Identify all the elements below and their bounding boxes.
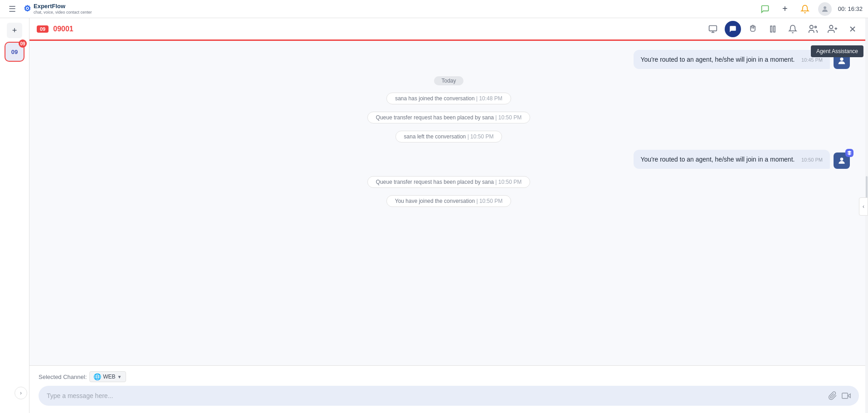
system-time: | 10:50 PM xyxy=(468,133,494,140)
system-bubble: Queue transfer request has been placed b… xyxy=(367,112,530,123)
system-time: | 10:50 PM xyxy=(476,198,502,204)
conversation-item[interactable]: 09 09 xyxy=(5,42,24,62)
page-scrollbar xyxy=(865,18,868,413)
team-icon-btn[interactable] xyxy=(805,21,821,37)
agent-avatar-icon xyxy=(834,152,850,169)
right-panel-collapse-btn[interactable]: ‹ xyxy=(859,197,868,216)
nav-left: ☰ ⚙ ExpertFlow chat, voice, video contac… xyxy=(5,2,92,16)
system-text: Queue transfer request has been placed b… xyxy=(376,114,494,121)
svg-point-8 xyxy=(829,25,833,28)
message-row: You're routed to an agent, he/she will j… xyxy=(48,50,850,69)
channel-name: WEB xyxy=(103,374,115,380)
hamburger-menu[interactable]: ☰ xyxy=(5,2,19,16)
message-row: You're routed to an agent, he/she will j… xyxy=(48,150,850,169)
video-btn[interactable] xyxy=(842,391,851,400)
message-time: 10:50 PM xyxy=(801,157,823,162)
close-chat-btn[interactable] xyxy=(844,21,861,37)
system-message: sana left the conversation | 10:50 PM xyxy=(48,131,850,143)
session-timer: 00: 16:32 xyxy=(838,5,863,12)
system-message: sana has joined the conversation | 10:48… xyxy=(48,93,850,104)
pause-icon-btn[interactable] xyxy=(765,21,781,37)
system-text: You have joined the conversation xyxy=(395,198,475,204)
sidebar-add-button[interactable]: + xyxy=(7,23,22,38)
chat-messages-area: You're routed to an agent, he/she will j… xyxy=(29,41,868,365)
message-bubble: You're routed to an agent, he/she will j… xyxy=(634,50,830,69)
chat-header-actions xyxy=(705,21,861,37)
svg-rect-16 xyxy=(842,393,848,398)
sidebar-expand-button[interactable]: › xyxy=(15,387,27,399)
system-time: | 10:48 PM xyxy=(476,95,502,102)
svg-point-6 xyxy=(810,25,813,28)
app-logo: ⚙ ExpertFlow chat, voice, video contact … xyxy=(24,3,92,14)
notify-icon-btn[interactable] xyxy=(785,21,801,37)
svg-marker-15 xyxy=(848,394,850,398)
message-input-container xyxy=(39,386,859,406)
attachment-btn[interactable] xyxy=(828,391,837,400)
chat-icon-btn[interactable] xyxy=(758,2,772,16)
channel-selector: Selected Channel: 🌐 WEB ▼ xyxy=(39,371,859,382)
system-bubble: sana has joined the conversation | 10:48… xyxy=(386,93,511,104)
chat-input-area: Selected Channel: 🌐 WEB ▼ xyxy=(29,365,868,413)
chat-header-left: 09 09001 xyxy=(37,25,73,33)
svg-point-0 xyxy=(824,6,826,9)
notification-bell[interactable] xyxy=(798,2,812,16)
message-input[interactable] xyxy=(47,392,824,399)
logo-icon: ⚙ xyxy=(24,4,31,14)
system-message: Queue transfer request has been placed b… xyxy=(48,112,850,123)
top-navigation: ☰ ⚙ ExpertFlow chat, voice, video contac… xyxy=(0,0,868,18)
user-avatar[interactable] xyxy=(818,2,832,16)
message-text: You're routed to an agent, he/she will j… xyxy=(641,156,795,163)
svg-point-14 xyxy=(840,157,844,161)
channel-dropdown[interactable]: 🌐 WEB ▼ xyxy=(89,371,126,382)
message-text: You're routed to an agent, he/she will j… xyxy=(641,56,795,63)
app-subtitle: chat, voice, video contact center xyxy=(34,10,92,15)
unread-badge: 09 xyxy=(19,39,27,48)
chat-id-text: 09001 xyxy=(53,25,73,33)
system-message: Queue transfer request has been placed b… xyxy=(48,176,850,188)
channel-arrow-icon: ▼ xyxy=(117,374,122,379)
svg-rect-1 xyxy=(709,25,717,31)
agent-avatar-icon xyxy=(834,53,850,69)
desktop-icon-btn[interactable] xyxy=(705,21,721,37)
main-content: 09 09001 xyxy=(29,18,868,413)
agent-badge-icon xyxy=(845,149,853,157)
message-bubble: You're routed to an agent, he/she will j… xyxy=(634,150,830,169)
system-time: | 10:50 PM xyxy=(495,114,522,121)
hand-icon-btn[interactable] xyxy=(745,21,761,37)
left-sidebar: + 09 09 xyxy=(0,18,29,413)
add-btn[interactable]: + xyxy=(778,2,792,16)
date-divider: Today xyxy=(48,76,850,85)
system-time: | 10:50 PM xyxy=(495,179,522,185)
date-label: Today xyxy=(434,76,463,85)
system-bubble: sana left the conversation | 10:50 PM xyxy=(395,131,502,143)
add-participant-btn[interactable] xyxy=(824,21,841,37)
system-message: You have joined the conversation | 10:50… xyxy=(48,195,850,207)
system-bubble: You have joined the conversation | 10:50… xyxy=(386,195,512,207)
svg-rect-4 xyxy=(770,26,772,32)
conv-avatar-label: 09 xyxy=(11,49,18,55)
system-bubble: Queue transfer request has been placed b… xyxy=(367,176,530,188)
channel-label: Selected Channel: xyxy=(39,374,87,380)
system-text: Queue transfer request has been placed b… xyxy=(376,179,494,185)
chat-id-badge: 09 xyxy=(37,25,49,33)
system-text: sana has joined the conversation xyxy=(395,95,474,102)
chat-mode-btn[interactable] xyxy=(725,21,741,37)
system-text: sana left the conversation xyxy=(404,133,466,140)
svg-point-13 xyxy=(840,58,843,61)
message-time: 10:45 PM xyxy=(801,57,823,63)
nav-right: + 00: 16:32 xyxy=(758,2,863,16)
svg-point-7 xyxy=(815,26,817,28)
channel-web-icon: 🌐 xyxy=(93,373,101,380)
app-name: ExpertFlow xyxy=(34,3,92,10)
chat-header: 09 09001 xyxy=(29,18,868,41)
logo-text-block: ExpertFlow chat, voice, video contact ce… xyxy=(34,3,92,14)
svg-rect-5 xyxy=(774,26,775,32)
